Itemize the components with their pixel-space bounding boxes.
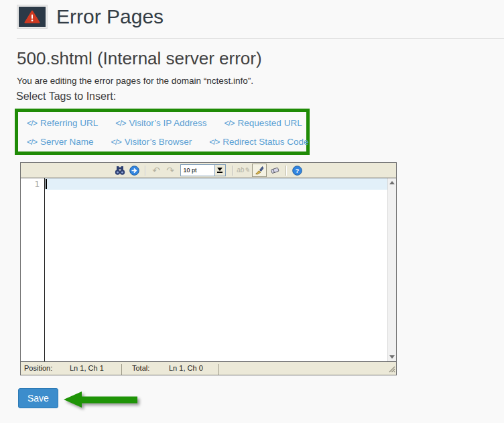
error-pages-app-icon (17, 5, 48, 29)
header-divider (17, 38, 504, 39)
toolbar-separator (145, 166, 146, 176)
scroll-down-icon[interactable] (389, 355, 395, 359)
code-tag-icon: </> (27, 119, 37, 128)
vertical-scrollbar[interactable] (387, 178, 396, 361)
position-value: Ln 1, Ch 1 (70, 364, 104, 372)
resize-grip[interactable] (389, 366, 395, 374)
status-separator (218, 364, 219, 375)
tag-label: Visitor’s IP Address (129, 118, 206, 128)
dropdown-bar (217, 172, 223, 173)
page-header: Error Pages (17, 4, 164, 29)
current-line-highlight (45, 178, 387, 190)
code-tag-icon: </> (209, 137, 219, 147)
tag-server-name[interactable]: </> Server Name (27, 137, 94, 147)
code-tag-icon: </> (225, 119, 235, 128)
tag-redirect-status-code[interactable]: </> Redirect Status Code (209, 137, 308, 147)
error-page-heading: 500.shtml (Internal server error) (17, 48, 262, 69)
tag-label: Server Name (40, 137, 94, 147)
editor-status-bar: Position: Ln 1, Ch 1 Total: Ln 1, Ch 0 (21, 361, 396, 375)
code-tag-icon: </> (27, 137, 37, 147)
tag-label: Requested URL (238, 118, 302, 128)
tags-annotation-box: </> Referring URL </> Visitor’s IP Addre… (15, 109, 310, 155)
status-separator (121, 364, 122, 375)
code-tag-icon: </> (115, 119, 125, 128)
chevron-down-icon (217, 168, 223, 171)
code-text-area[interactable] (45, 178, 387, 361)
help-icon[interactable]: ? (292, 165, 303, 176)
tag-requested-url[interactable]: </> Requested URL (225, 118, 302, 128)
position-label: Position: (24, 364, 52, 372)
tag-row-2: </> Server Name </> Visitor’s Browser </… (27, 137, 306, 147)
warning-triangle-icon (19, 7, 46, 27)
scroll-up-icon[interactable] (389, 181, 395, 184)
domain-description: You are editing the error pages for the … (17, 76, 253, 86)
editor-toolbar: ↶ ↷ 10 pt ab✎ (21, 163, 396, 178)
font-size-value: 10 pt (181, 165, 214, 176)
line-number-1: 1 (34, 179, 40, 189)
tag-label: Redirect Status Code (223, 137, 308, 147)
save-button[interactable]: Save (18, 388, 58, 408)
highlight-syntax-icon[interactable] (252, 164, 267, 177)
clear-highlight-icon[interactable] (269, 165, 281, 176)
svg-text:?: ? (295, 167, 299, 174)
line-number-gutter: 1 (21, 178, 45, 361)
tag-row-1: </> Referring URL </> Visitor’s IP Addre… (27, 118, 306, 128)
tag-label: Referring URL (40, 118, 98, 128)
arrow-left-annotation-icon (64, 391, 139, 412)
total-label: Total: (132, 364, 149, 372)
tag-visitors-browser[interactable]: </> Visitor’s Browser (111, 137, 192, 147)
tag-referring-url[interactable]: </> Referring URL (27, 118, 98, 128)
find-icon[interactable] (115, 165, 126, 176)
tag-label: Visitor’s Browser (125, 137, 192, 147)
code-editor: ↶ ↷ 10 pt ab✎ (20, 162, 397, 375)
tags-label: Select Tags to Insert: (16, 90, 116, 103)
text-cursor (46, 179, 47, 189)
toolbar-separator (232, 166, 233, 176)
toolbar-separator (286, 166, 287, 176)
page-title: Error Pages (56, 4, 164, 29)
undo-icon[interactable]: ↶ (151, 165, 162, 176)
tag-visitors-ip-address[interactable]: </> Visitor’s IP Address (115, 118, 206, 128)
font-size-dropdown-button[interactable] (214, 165, 225, 176)
redo-icon[interactable]: ↷ (165, 165, 176, 176)
total-value: Ln 1, Ch 0 (169, 364, 203, 372)
spellcheck-icon[interactable]: ab✎ (238, 165, 249, 176)
goto-line-icon[interactable] (129, 165, 140, 176)
editor-body: 1 (21, 178, 396, 361)
code-tag-icon: </> (111, 137, 121, 147)
font-size-select[interactable]: 10 pt (180, 164, 226, 176)
